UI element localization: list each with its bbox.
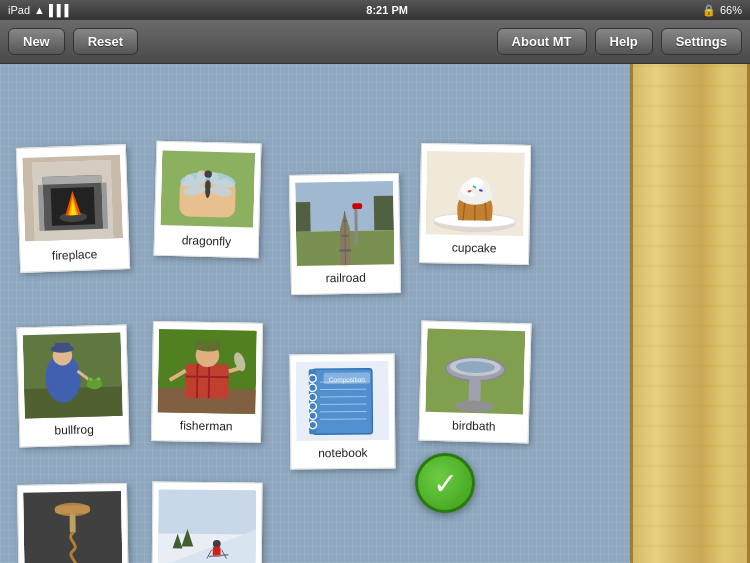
svg-rect-98 xyxy=(70,513,76,533)
card-img-downhill xyxy=(158,488,257,563)
card-label-railroad: railroad xyxy=(326,271,366,286)
svg-rect-53 xyxy=(54,343,70,351)
help-button[interactable]: Help xyxy=(595,28,653,55)
card-railroad[interactable]: railroad xyxy=(289,173,401,295)
wifi-icon: ▲ xyxy=(34,4,45,16)
svg-rect-68 xyxy=(196,340,220,348)
reset-button[interactable]: Reset xyxy=(73,28,138,55)
battery-percent: 66% xyxy=(720,4,742,16)
main-area: fireplace xyxy=(0,64,750,563)
checkmark-button[interactable]: ✓ xyxy=(415,453,475,513)
card-cupcake[interactable]: cupcake xyxy=(419,143,531,265)
card-label-birdbath: birdbath xyxy=(452,418,496,433)
card-img-fisherman xyxy=(157,327,257,416)
card-label-bullfrog: bullfrog xyxy=(54,422,94,437)
card-downhill[interactable]: downhill xyxy=(151,482,262,563)
svg-rect-34 xyxy=(352,203,362,209)
card-bullfrog[interactable]: bullfrog xyxy=(16,325,129,448)
status-bar: iPad ▲ ▌▌▌ 8:21 PM 🔒 66% xyxy=(0,0,750,20)
status-left: iPad ▲ ▌▌▌ xyxy=(8,4,72,16)
card-label-dragonfly: dragonfly xyxy=(182,233,232,248)
svg-line-64 xyxy=(209,364,210,398)
card-label-fireplace: fireplace xyxy=(52,247,98,263)
card-birdbath[interactable]: birdbath xyxy=(418,321,531,444)
card-img-birdbath xyxy=(425,327,525,417)
sidebar-panel xyxy=(630,64,750,563)
about-button[interactable]: About MT xyxy=(497,28,587,55)
svg-rect-27 xyxy=(374,196,394,231)
card-dragonfly[interactable]: dragonfly xyxy=(154,141,262,259)
svg-rect-97 xyxy=(55,505,90,513)
toolbar-right-buttons: About MT Help Settings xyxy=(497,28,742,55)
card-img-railroad xyxy=(295,179,395,268)
status-right: 🔒 66% xyxy=(702,4,742,17)
card-img-fireplace xyxy=(22,150,123,245)
canvas: fireplace xyxy=(0,64,630,563)
svg-line-63 xyxy=(197,364,198,398)
card-img-dragonfly xyxy=(160,147,255,231)
card-img-bullfrog xyxy=(23,331,123,421)
card-notebook[interactable]: Composition notebook xyxy=(290,354,396,470)
svg-rect-62 xyxy=(185,364,229,399)
card-corkscrew[interactable]: corkscrew xyxy=(17,483,129,563)
device-label: iPad xyxy=(8,4,30,16)
lock-icon: 🔒 xyxy=(702,4,716,17)
signal-icon: ▌▌▌ xyxy=(49,4,72,16)
time-display: 8:21 PM xyxy=(366,4,408,16)
svg-point-102 xyxy=(213,540,221,548)
card-img-cupcake xyxy=(425,149,525,238)
card-img-corkscrew xyxy=(23,489,123,563)
svg-rect-99 xyxy=(158,489,256,539)
toolbar: New Reset About MT Help Settings xyxy=(0,20,750,64)
card-fisherman[interactable]: fisherman xyxy=(151,321,263,443)
checkmark-icon: ✓ xyxy=(433,466,458,501)
card-img-notebook: Composition xyxy=(296,360,390,443)
settings-button[interactable]: Settings xyxy=(661,28,742,55)
svg-rect-26 xyxy=(295,202,310,232)
svg-line-65 xyxy=(186,377,229,378)
card-label-notebook: notebook xyxy=(318,446,368,460)
toolbar-left-buttons: New Reset xyxy=(8,28,138,55)
card-fireplace[interactable]: fireplace xyxy=(16,144,130,273)
new-button[interactable]: New xyxy=(8,28,65,55)
card-label-cupcake: cupcake xyxy=(452,241,497,256)
card-label-fisherman: fisherman xyxy=(180,419,233,434)
